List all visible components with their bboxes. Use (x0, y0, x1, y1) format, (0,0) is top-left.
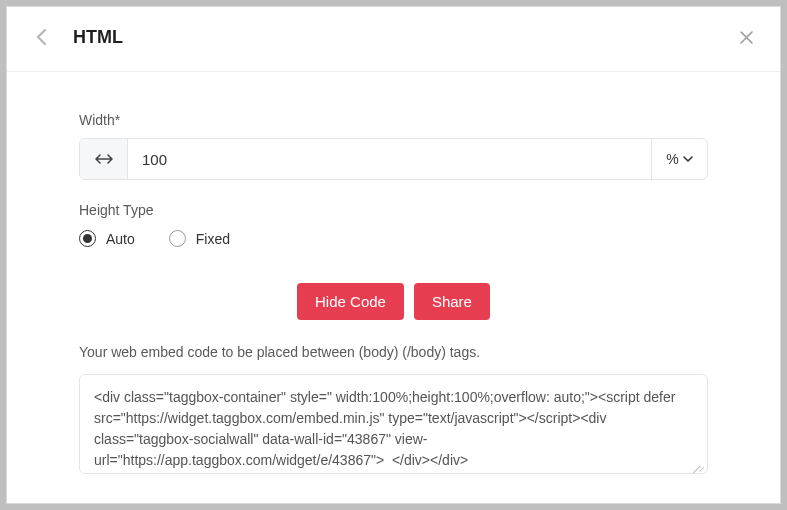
chevron-left-icon (36, 28, 47, 46)
unit-select[interactable]: % (651, 139, 707, 179)
close-icon (739, 30, 754, 45)
height-type-radio-group: Auto Fixed (79, 230, 708, 247)
radio-fixed-label: Fixed (196, 231, 230, 247)
modal-title: HTML (73, 27, 123, 48)
button-row: Hide Code Share (79, 283, 708, 320)
modal: HTML Width* % Height Type Auto Fixe (6, 6, 781, 504)
back-button[interactable] (27, 23, 55, 51)
modal-header: HTML (7, 7, 780, 72)
radio-option-auto[interactable]: Auto (79, 230, 135, 247)
width-label: Width* (79, 112, 708, 128)
share-button[interactable]: Share (414, 283, 490, 320)
radio-auto-label: Auto (106, 231, 135, 247)
width-prefix (80, 139, 128, 179)
radio-fixed-indicator (169, 230, 186, 247)
embed-code-textarea[interactable] (79, 374, 708, 474)
horizontal-arrows-icon (95, 153, 113, 165)
unit-label: % (666, 151, 678, 167)
modal-body: Width* % Height Type Auto Fixed Hide Cod (7, 72, 780, 510)
radio-auto-indicator (79, 230, 96, 247)
code-area-wrap (79, 374, 708, 478)
radio-option-fixed[interactable]: Fixed (169, 230, 230, 247)
height-type-label: Height Type (79, 202, 708, 218)
embed-hint: Your web embed code to be placed between… (79, 344, 708, 360)
resize-handle-icon (694, 462, 704, 472)
hide-code-button[interactable]: Hide Code (297, 283, 404, 320)
close-button[interactable] (732, 23, 760, 51)
chevron-down-icon (683, 156, 693, 163)
width-input-row: % (79, 138, 708, 180)
width-input[interactable] (128, 139, 651, 179)
